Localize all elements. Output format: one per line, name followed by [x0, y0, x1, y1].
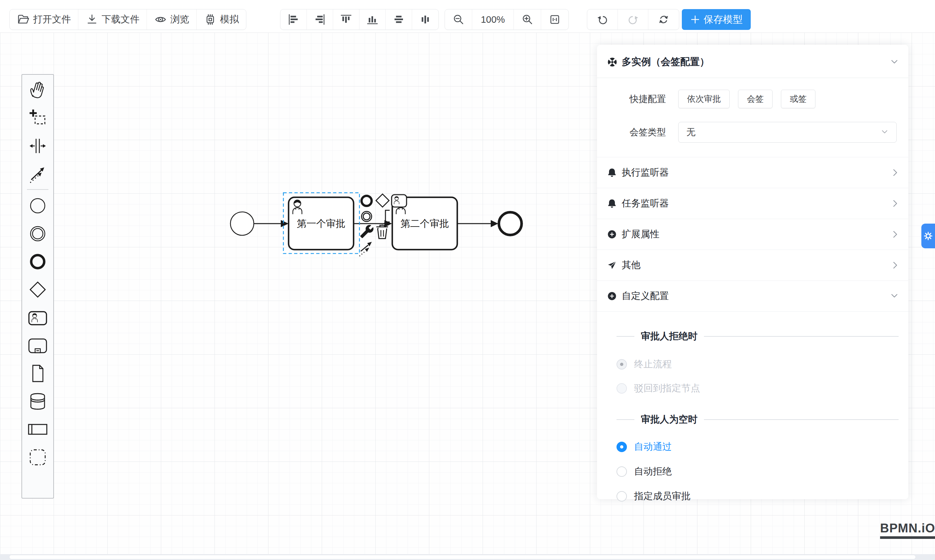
sign-type-value: 无 [686, 126, 695, 138]
create-start-event[interactable] [22, 192, 53, 220]
global-connect-tool[interactable] [22, 160, 53, 188]
panel-header[interactable]: 多实例（会签配置） [597, 45, 908, 78]
sign-type-label: 会签类型 [607, 126, 666, 138]
align-top-icon [340, 13, 353, 26]
horizontal-scrollbar [0, 554, 935, 560]
section-extended-properties[interactable]: 扩展属性 [597, 219, 908, 249]
chevron-right-icon [892, 230, 899, 238]
radio-auto-reject[interactable]: 自动拒绝 [617, 465, 899, 478]
radio-button[interactable] [617, 466, 627, 477]
hand-tool-icon [27, 80, 48, 100]
create-user-task[interactable] [22, 303, 53, 332]
group-icon [27, 447, 48, 468]
zoom-in-button[interactable] [514, 9, 541, 29]
radio-label: 自动通过 [634, 440, 672, 453]
end-event[interactable] [499, 212, 521, 235]
align-center-vertical-button[interactable] [412, 9, 438, 29]
global-connect-tool-icon [27, 163, 48, 184]
align-right-icon [313, 13, 326, 26]
section-execution-listener[interactable]: 执行监听器 [597, 157, 908, 188]
divider-line [704, 336, 899, 337]
quick-config-sequential-button[interactable]: 依次审批 [678, 90, 730, 108]
reject-group-title: 审批人拒绝时 [617, 330, 899, 343]
radio-auto-pass[interactable]: 自动通过 [617, 440, 899, 453]
zoom-out-button[interactable] [445, 9, 472, 29]
divider-line [617, 336, 634, 337]
bpmn-io-watermark[interactable]: BPMN.iO [880, 522, 935, 539]
user-task-icon [27, 307, 48, 328]
create-end-event[interactable] [22, 248, 53, 275]
empty-group-title-text: 审批人为空时 [641, 413, 697, 426]
open-file-button[interactable]: 打开文件 [10, 9, 78, 29]
create-gateway[interactable] [22, 275, 53, 303]
space-tool[interactable] [22, 132, 53, 160]
undo-button[interactable] [587, 9, 618, 29]
space-tool-icon [27, 135, 48, 156]
file-toolbar-group: 打开文件 下载文件 浏览 模拟 [9, 9, 246, 30]
download-icon [86, 13, 98, 26]
redo-icon [627, 13, 640, 26]
eye-icon [154, 13, 167, 26]
align-right-button[interactable] [307, 9, 333, 29]
download-file-label: 下载文件 [102, 13, 140, 26]
radio-label: 驳回到指定节点 [634, 382, 700, 395]
create-data-object[interactable] [22, 360, 53, 388]
save-model-button[interactable]: 保存模型 [682, 9, 751, 30]
radio-button[interactable] [617, 359, 627, 369]
horizontal-scrollbar-thumb[interactable] [9, 555, 916, 559]
user-task-2-label: 第二个审批 [400, 218, 449, 229]
undo-icon [596, 13, 609, 26]
divider-line [704, 419, 899, 420]
settings-tab[interactable] [921, 224, 935, 248]
chevron-right-icon [892, 168, 899, 177]
chevron-right-icon [892, 199, 899, 208]
section-other[interactable]: 其他 [597, 249, 908, 280]
section-label: 执行监听器 [622, 166, 669, 179]
radio-label: 终止流程 [634, 358, 672, 371]
section-custom-config[interactable]: 自定义配置 [597, 280, 908, 311]
end-event-icon [27, 251, 48, 272]
fit-viewport-button[interactable] [541, 9, 568, 29]
user-task-1[interactable]: 第一个审批 [289, 197, 354, 249]
create-participant[interactable] [22, 415, 53, 443]
append-end-event-icon [362, 196, 372, 206]
chevron-right-icon [892, 261, 899, 269]
hand-tool[interactable] [22, 76, 53, 104]
align-left-button[interactable] [280, 9, 307, 29]
radio-button[interactable] [617, 383, 627, 394]
quick-config-countersign-button[interactable]: 会签 [738, 90, 772, 108]
start-event[interactable] [231, 212, 254, 235]
divider-line [617, 419, 634, 420]
preview-button[interactable]: 浏览 [147, 9, 197, 29]
save-model-label: 保存模型 [704, 13, 743, 26]
radio-button[interactable] [617, 491, 627, 502]
section-task-listener[interactable]: 任务监听器 [597, 188, 908, 219]
align-top-button[interactable] [333, 9, 360, 29]
radio-button[interactable] [617, 442, 627, 452]
create-intermediate-event[interactable] [22, 220, 53, 248]
quick-config-orsign-button[interactable]: 或签 [781, 90, 815, 108]
history-toolbar-group [587, 9, 679, 30]
simulate-button[interactable]: 模拟 [197, 9, 246, 29]
sign-type-select[interactable]: 无 [678, 122, 897, 143]
lasso-tool[interactable] [22, 104, 53, 132]
reset-button[interactable] [648, 9, 679, 29]
align-bottom-button[interactable] [360, 9, 386, 29]
create-group[interactable] [22, 443, 53, 471]
chevron-down-icon[interactable] [890, 59, 899, 65]
create-subprocess[interactable] [22, 332, 53, 360]
create-data-store[interactable] [22, 388, 53, 415]
bell-icon [607, 198, 617, 209]
redo-button[interactable] [618, 9, 648, 29]
intermediate-event-icon [27, 223, 48, 244]
gateway-icon [27, 279, 48, 300]
open-file-label: 打开文件 [33, 13, 71, 26]
zoom-level[interactable]: 100% [472, 9, 514, 29]
radio-assign-member[interactable]: 指定成员审批 [617, 490, 899, 503]
zoom-level-value: 100% [481, 14, 505, 25]
user-task-1-label: 第一个审批 [297, 218, 346, 229]
download-file-button[interactable]: 下载文件 [78, 9, 147, 29]
align-center-horizontal-button[interactable] [386, 9, 412, 29]
radio-terminate-process[interactable]: 终止流程 [617, 358, 899, 371]
radio-return-to-node[interactable]: 驳回到指定节点 [617, 382, 899, 395]
